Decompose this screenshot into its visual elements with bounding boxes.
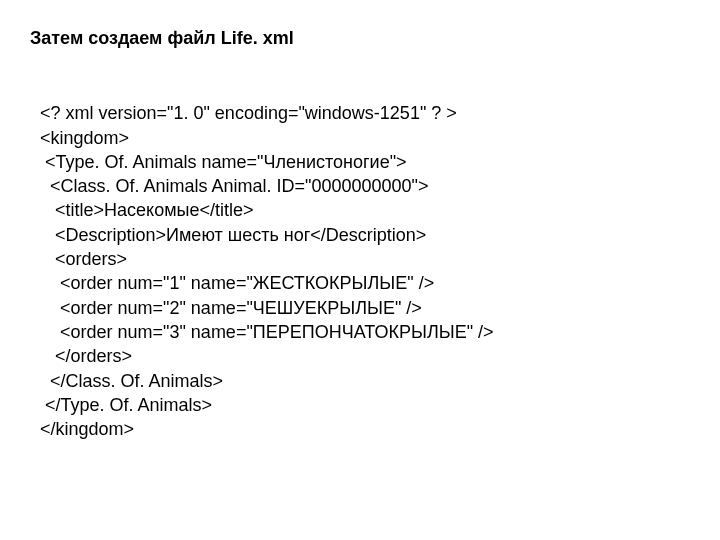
code-line: <Description>Имеют шесть ног</Descriptio… — [40, 225, 426, 245]
code-line: </kingdom> — [40, 419, 134, 439]
code-line: <orders> — [40, 249, 127, 269]
code-line: <? xml version="1. 0" encoding="windows-… — [40, 103, 457, 123]
page-heading: Затем создаем файл Life. xml — [30, 28, 690, 49]
code-line: </orders> — [40, 346, 132, 366]
xml-code-block: <? xml version="1. 0" encoding="windows-… — [40, 77, 690, 441]
code-line: <Type. Of. Animals name="Членистоногие"> — [40, 152, 407, 172]
code-line: </Class. Of. Animals> — [40, 371, 223, 391]
code-line: <Class. Of. Animals Animal. ID="00000000… — [40, 176, 429, 196]
code-line: <order num="2" name="ЧЕШУЕКРЫЛЫЕ" /> — [40, 298, 422, 318]
code-line: <title>Насекомые</title> — [40, 200, 254, 220]
code-line: <order num="3" name="ПЕРЕПОНЧАТОКРЫЛЫЕ" … — [40, 322, 494, 342]
code-line: <order num="1" name="ЖЕСТКОКРЫЛЫЕ" /> — [40, 273, 434, 293]
document-page: Затем создаем файл Life. xml <? xml vers… — [0, 0, 720, 461]
code-line: <kingdom> — [40, 128, 129, 148]
code-line: </Type. Of. Animals> — [40, 395, 212, 415]
